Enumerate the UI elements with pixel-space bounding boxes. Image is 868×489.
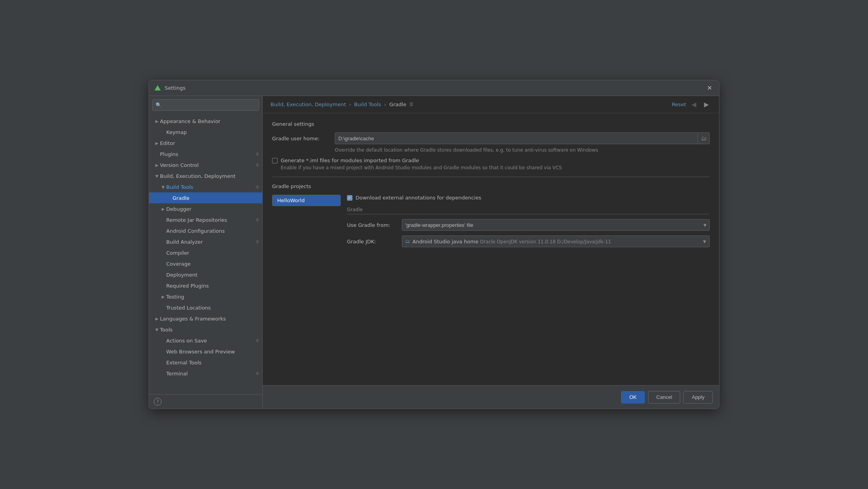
sidebar-item-debugger[interactable]: ▶ Debugger [149,203,262,214]
sidebar-item-label: Trusted Locations [166,305,259,311]
project-list-item[interactable]: HelloWorld [272,195,340,206]
sidebar-item-plugins[interactable]: Plugins ⚙ [149,149,262,159]
sidebar-item-trusted-locations[interactable]: Trusted Locations [149,302,262,313]
jdk-folder-icon: 🗂 [405,239,410,244]
help-button[interactable]: ? [154,398,162,406]
breadcrumb-bar: Build, Execution, Deployment › Build Too… [263,96,719,113]
project-settings: ✓ Download external annotations for depe… [347,195,710,254]
gear-icon: ⚙ [255,338,259,343]
close-button[interactable]: ✕ [705,83,714,93]
gradle-user-home-row: Gradle user home: 🗂 [272,132,710,144]
breadcrumb-sep-1: › [349,102,351,107]
arrow-icon [154,151,160,157]
arrow-icon [160,272,166,278]
search-input[interactable] [163,102,256,108]
apply-button[interactable]: Apply [683,391,713,404]
sidebar-item-coverage[interactable]: Coverage [149,258,262,269]
sidebar-item-label: Remote Jar Repositories [166,217,254,223]
sidebar-item-build-tools[interactable]: ▼ Build Tools ⚙ [149,181,262,192]
sidebar-item-build-execution-deployment[interactable]: ▼ Build, Execution, Deployment [149,170,262,181]
arrow-icon [160,304,166,311]
arrow-icon [160,261,166,267]
sidebar-item-tools[interactable]: ▼ Tools [149,324,262,335]
arrow-icon [160,348,166,355]
forward-button[interactable]: ▶ [702,100,711,109]
gradle-user-home-input-wrap: 🗂 [335,132,710,144]
arrow-icon: ▶ [160,293,166,300]
generate-iml-label: Generate *.iml files for modules importe… [281,158,419,163]
gradle-projects-section: HelloWorld ✓ Download external annotatio… [272,195,710,254]
sidebar-item-required-plugins[interactable]: Required Plugins [149,280,262,291]
sidebar-item-android-configurations[interactable]: Android Configurations [149,225,262,236]
sidebar-item-external-tools[interactable]: External Tools [149,357,262,368]
gear-icon: ⚙ [255,239,259,244]
download-annotations-row: ✓ Download external annotations for depe… [347,195,710,201]
gradle-user-home-browse-button[interactable]: 🗂 [698,132,710,144]
reset-link[interactable]: Reset [672,101,686,107]
sidebar-item-remote-jar-repositories[interactable]: Remote Jar Repositories ⚙ [149,214,262,225]
sidebar-item-label: Plugins [160,151,254,157]
breadcrumb-menu-icon[interactable]: ☰ [409,102,413,107]
download-annotations-checkbox[interactable]: ✓ [347,195,352,201]
gradle-jdk-select-wrapper[interactable]: 🗂 Android Studio java home Oracle OpenJD… [402,235,710,247]
breadcrumb-build-tools[interactable]: Build Tools [354,101,381,107]
sidebar-item-label: External Tools [166,360,259,366]
sidebar-nav: ▶ Appearance & Behavior Keymap ▶ Editor … [149,114,262,394]
sidebar-item-label: Appearance & Behavior [160,118,259,124]
gradle-jdk-name: Android Studio java home Oracle OpenJDK … [412,239,700,244]
main-content: Build, Execution, Deployment › Build Too… [263,96,719,409]
use-gradle-from-select[interactable]: 'gradle-wrapper.properties' file Specifi… [402,219,710,231]
sidebar-item-appearance-behavior[interactable]: ▶ Appearance & Behavior [149,116,262,127]
sidebar-item-label: Android Configurations [166,228,259,234]
sidebar-item-actions-on-save[interactable]: Actions on Save ⚙ [149,335,262,346]
arrow-icon [160,239,166,245]
gear-icon: ⚙ [255,217,259,223]
sidebar-item-compiler[interactable]: Compiler [149,247,262,258]
sidebar-item-deployment[interactable]: Deployment [149,269,262,280]
sidebar-item-label: Coverage [166,261,259,267]
sidebar-item-build-analyzer[interactable]: Build Analyzer ⚙ [149,236,262,247]
arrow-icon [160,359,166,366]
sidebar-item-version-control[interactable]: ▶ Version Control ⚙ [149,159,262,170]
sidebar-item-languages-frameworks[interactable]: ▶ Languages & Frameworks [149,313,262,324]
sidebar-item-label: Version Control [160,162,254,168]
generate-iml-checkbox[interactable] [272,158,278,163]
sidebar-item-keymap[interactable]: Keymap [149,127,262,138]
arrow-icon: ▶ [160,206,166,212]
arrow-icon [160,283,166,289]
sidebar-item-label: Web Browsers and Preview [166,349,259,355]
arrow-icon [160,337,166,344]
sidebar-item-label: Compiler [166,250,259,256]
arrow-icon [166,195,173,201]
arrow-icon [160,129,166,135]
breadcrumb-build-execution-deployment[interactable]: Build, Execution, Deployment [271,101,346,107]
sidebar-item-web-browsers-preview[interactable]: Web Browsers and Preview [149,346,262,357]
gradle-user-home-input[interactable] [335,132,698,144]
search-icon: 🔍 [156,102,162,108]
breadcrumb-sep-2: › [384,102,386,107]
sidebar-item-testing[interactable]: ▶ Testing [149,291,262,302]
search-box[interactable]: 🔍 [152,99,259,111]
sidebar-item-label: Languages & Frameworks [160,316,259,322]
sidebar-item-label: Terminal [166,371,254,377]
ok-button[interactable]: OK [621,391,645,404]
general-settings-title: General settings [272,121,314,127]
arrow-icon: ▶ [154,315,160,322]
jdk-dropdown-arrow-icon: ▼ [703,239,706,244]
sidebar-item-label: Gradle [173,195,259,201]
sidebar-item-terminal[interactable]: Terminal ⚙ [149,368,262,379]
window-title: Settings [165,85,705,91]
app-icon [154,84,162,92]
sidebar-item-label: Build Analyzer [166,239,254,245]
cancel-button[interactable]: Cancel [648,391,680,404]
back-button[interactable]: ◀ [689,100,699,109]
sidebar-item-gradle[interactable]: Gradle [149,192,262,203]
settings-window: Settings ✕ 🔍 ▶ Appearance & Behavior Key… [149,80,719,409]
sidebar-item-editor[interactable]: ▶ Editor [149,138,262,149]
arrow-icon: ▼ [160,184,166,190]
arrow-icon [160,370,166,377]
gear-icon: ⚙ [255,152,259,157]
arrow-icon: ▶ [154,162,160,168]
generate-iml-sublabel: Enable if you have a mixed project with … [281,165,710,170]
arrow-icon: ▼ [154,173,160,179]
